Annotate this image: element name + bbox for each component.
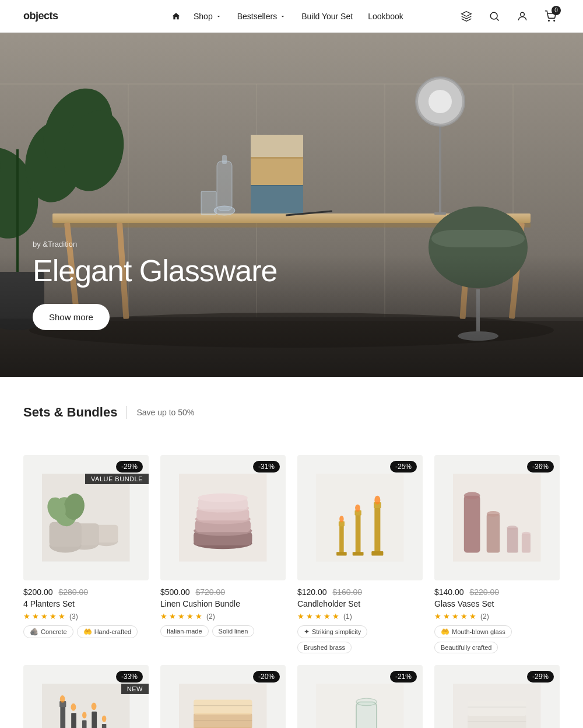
- discount-badge: -36%: [527, 461, 554, 473]
- review-count: (1): [343, 612, 352, 621]
- star-full: ★: [169, 612, 176, 621]
- product-image-wrap[interactable]: -25%: [297, 455, 423, 580]
- svg-rect-91: [61, 706, 66, 728]
- svg-rect-77: [339, 525, 344, 554]
- star-half: ★: [195, 612, 202, 621]
- tag-label: Italian-made: [167, 628, 202, 635]
- sale-price: $500.00: [160, 587, 190, 597]
- nav-lookbook-link[interactable]: Lookbook: [362, 8, 409, 24]
- product-image-wrap[interactable]: -29% VALUE BUNDLE: [23, 455, 149, 580]
- product-image-wrap[interactable]: -33% NEW: [23, 665, 149, 728]
- svg-rect-78: [336, 552, 347, 555]
- user-button[interactable]: [513, 7, 532, 26]
- original-price: $280.00: [59, 587, 89, 597]
- search-button[interactable]: [485, 7, 504, 26]
- section-title: Sets & Bundles: [23, 405, 117, 420]
- svg-rect-73: [356, 514, 361, 554]
- svg-rect-84: [487, 514, 500, 552]
- svg-point-2: [549, 20, 550, 21]
- product-stars: ★★★★★ (2): [434, 612, 560, 621]
- nav-home-button[interactable]: [168, 8, 184, 24]
- cube-icon-button[interactable]: [457, 7, 476, 26]
- star-full: ★: [32, 612, 39, 621]
- svg-rect-86: [507, 528, 518, 553]
- product-tags: 🤲 Mouth-blown glass Beautifully crafted: [434, 625, 560, 653]
- star-full: ★: [332, 612, 339, 621]
- product-image: [297, 455, 423, 580]
- star-full: ★: [452, 612, 459, 621]
- svg-point-76: [355, 505, 360, 512]
- svg-point-72: [375, 496, 381, 505]
- product-tag: 🤲 Mouth-blown glass: [434, 625, 512, 638]
- product-card-6[interactable]: -20% $180.00 $225.00 Towel Bundle: [160, 665, 286, 728]
- svg-rect-98: [82, 720, 87, 728]
- star-full: ★: [178, 612, 185, 621]
- product-tag: Solid linen: [212, 625, 255, 637]
- cart-button[interactable]: 0: [541, 7, 560, 26]
- product-card-1[interactable]: -29% VALUE BUNDLE $200.00 $280.00 4 Plan…: [23, 455, 149, 653]
- section-subtitle: Save up to 50%: [136, 408, 194, 417]
- product-card-7[interactable]: -21% $110.00 $140.00 Glass & Vase Set: [297, 665, 423, 728]
- svg-rect-34: [434, 212, 446, 215]
- brand-logo[interactable]: objects: [23, 10, 168, 22]
- hero-brand: by &Tradition: [33, 240, 277, 249]
- product-image-wrap[interactable]: -20%: [160, 665, 286, 728]
- svg-rect-74: [353, 552, 364, 555]
- nav-shop-link[interactable]: Shop: [188, 8, 228, 24]
- nav-icons: 0: [457, 7, 560, 26]
- product-tags: ✦ Striking simplicity Brushed brass: [297, 625, 423, 653]
- product-price: $120.00 $160.00: [297, 587, 423, 597]
- svg-rect-28: [217, 161, 232, 211]
- product-name: Candleholder Set: [297, 599, 423, 608]
- original-price: $220.00: [470, 587, 500, 597]
- nav-bestsellers-link[interactable]: Bestsellers: [231, 8, 292, 24]
- review-count: (3): [69, 612, 78, 621]
- hero-section: by &Tradition Elegant Glassware Show mor…: [0, 33, 583, 377]
- product-image-wrap[interactable]: -36%: [434, 455, 560, 580]
- nav-buildset-link[interactable]: Build Your Set: [296, 8, 359, 24]
- svg-point-3: [554, 20, 555, 21]
- discount-badge: -25%: [390, 461, 417, 473]
- star-full: ★: [443, 612, 450, 621]
- discount-badge: -29%: [527, 671, 554, 682]
- star-half: ★: [58, 612, 65, 621]
- sale-price: $140.00: [434, 587, 464, 597]
- svg-point-80: [339, 516, 344, 522]
- product-stars: ★★★★★ (1): [297, 612, 423, 621]
- svg-rect-24: [251, 135, 303, 157]
- product-image-wrap[interactable]: -29%: [434, 665, 560, 728]
- product-tags: 🪨 Concrete 🤲 Hand-crafted: [23, 625, 149, 638]
- product-price: $200.00 $280.00: [23, 587, 149, 597]
- product-badge: NEW: [121, 684, 149, 694]
- svg-point-85: [487, 511, 500, 517]
- svg-rect-22: [251, 157, 303, 185]
- sale-price: $120.00: [297, 587, 327, 597]
- product-tag: Beautifully crafted: [434, 642, 498, 653]
- product-tag: 🪨 Concrete: [23, 625, 73, 638]
- product-card-2[interactable]: -31% $500.00 $720.00 Linen Cushion Bundl…: [160, 455, 286, 653]
- product-image-wrap[interactable]: -31%: [160, 455, 286, 580]
- product-card-8[interactable]: -29% $160.00 $225.00 Linen Towel Set: [434, 665, 560, 728]
- product-badge: VALUE BUNDLE: [85, 474, 149, 484]
- tag-label: Beautifully crafted: [441, 644, 491, 651]
- product-image: [160, 455, 286, 580]
- star-full: ★: [160, 612, 167, 621]
- tag-label: Mouth-blown glass: [452, 628, 505, 635]
- svg-rect-124: [468, 715, 526, 728]
- tag-icon: 🤲: [441, 628, 449, 636]
- svg-rect-88: [522, 534, 531, 553]
- product-tag: 🤲 Hand-crafted: [77, 625, 138, 638]
- svg-rect-95: [71, 713, 76, 728]
- product-card-3[interactable]: -25% $120.00 $160.00 Candleholder Set ★★…: [297, 455, 423, 653]
- product-card-5[interactable]: -33% NEW $95.00 $140.00 Candlestick Set: [23, 665, 149, 728]
- star-full: ★: [461, 612, 468, 621]
- product-name: Linen Cushion Bundle: [160, 599, 286, 608]
- svg-point-100: [82, 712, 87, 719]
- svg-point-94: [60, 695, 65, 703]
- product-image-wrap[interactable]: -21%: [297, 665, 423, 728]
- hero-cta-button[interactable]: Show more: [33, 304, 110, 330]
- svg-point-118: [356, 698, 377, 706]
- product-stars: ★★★★★ (3): [23, 612, 149, 621]
- original-price: $720.00: [196, 587, 226, 597]
- product-card-4[interactable]: -36% $140.00 $220.00 Glass Vases Set ★★★…: [434, 455, 560, 653]
